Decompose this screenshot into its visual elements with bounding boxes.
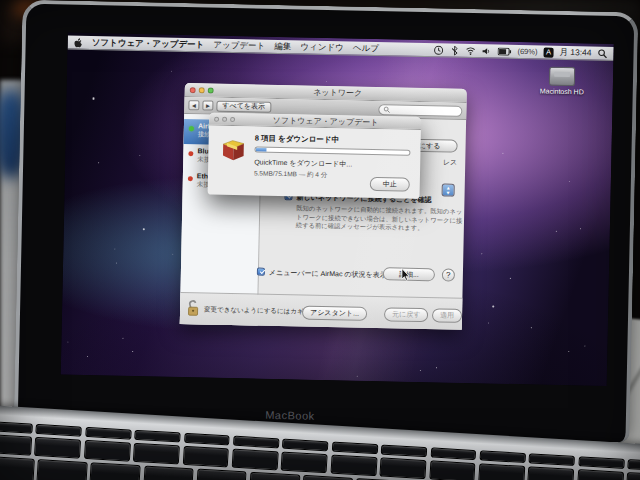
forward-button[interactable]: ▶	[202, 100, 213, 110]
search-field[interactable]	[378, 104, 462, 117]
apple-menu-icon[interactable]	[74, 37, 83, 47]
keyboard-key	[0, 456, 35, 480]
menu-help[interactable]: ヘルプ	[353, 42, 379, 55]
menu-window[interactable]: ウィンドウ	[300, 41, 344, 54]
keyboard-key	[90, 462, 141, 480]
keyboard-key	[478, 463, 525, 480]
keyboard-key	[578, 456, 624, 469]
star	[143, 228, 145, 230]
keyboard-key	[84, 440, 131, 462]
keyboard-key	[330, 455, 377, 477]
minimize-button[interactable]	[199, 87, 205, 93]
keyboard-key	[281, 452, 328, 474]
star	[171, 71, 172, 72]
keyboard-key	[232, 449, 279, 471]
unlocked-padlock-icon[interactable]	[186, 299, 200, 317]
keyboard-key	[0, 421, 33, 434]
menu-update[interactable]: アップデート	[213, 39, 265, 52]
menubar-status-label: メニューバーに AirMac の状況を表示	[269, 268, 387, 280]
star	[568, 351, 569, 352]
keyboard-key	[302, 475, 353, 480]
keyboard-key	[430, 447, 476, 460]
macintosh-hd-icon[interactable]: Macintosh HD	[538, 66, 587, 95]
download-status-line: QuickTime をダウンロード中...	[254, 157, 352, 169]
menu-edit[interactable]: 編集	[274, 40, 291, 52]
keyboard-key	[479, 450, 525, 463]
star	[488, 322, 489, 323]
assistant-button[interactable]: アシスタント...	[302, 306, 367, 321]
star	[172, 254, 173, 255]
status-dot-red	[188, 151, 193, 156]
keyboard-key	[36, 424, 82, 437]
star	[357, 376, 358, 377]
mouse-cursor	[401, 268, 410, 282]
spotlight-icon[interactable]	[597, 48, 607, 58]
keyboard-key	[429, 460, 476, 480]
star	[436, 367, 437, 368]
hard-drive-glyph	[549, 67, 575, 87]
star	[139, 155, 140, 156]
star	[132, 351, 133, 352]
cancel-download-button[interactable]: 中止	[370, 177, 410, 192]
hd-icon-label: Macintosh HD	[538, 87, 586, 95]
battery-percent: (69%)	[517, 47, 537, 56]
status-dot-green	[189, 126, 194, 131]
battery-icon[interactable]	[497, 47, 511, 55]
close-button[interactable]	[190, 87, 196, 93]
confirm-description: 既知のネットワークに自動的に接続されます。既知のネットワークに接続できない場合は…	[296, 204, 464, 233]
star	[531, 327, 532, 328]
status-dot-red	[188, 176, 193, 181]
search-icon	[383, 106, 390, 113]
download-heading: 8 項目 をダウンロード中	[255, 133, 340, 145]
star	[420, 370, 421, 371]
keyboard-key	[184, 433, 230, 446]
keyboard-key	[182, 446, 229, 468]
software-update-package-icon	[217, 135, 248, 166]
keyboard-key	[627, 459, 640, 472]
star	[492, 306, 494, 308]
clock-icon[interactable]	[433, 45, 443, 55]
menu-bar-clock[interactable]: 月 13:44	[559, 46, 591, 59]
help-button[interactable]: ?	[442, 268, 455, 281]
keyboard-key	[133, 443, 180, 465]
progress-fill	[255, 148, 266, 152]
volume-icon[interactable]	[481, 46, 491, 56]
software-update-dialog[interactable]: ソフトウェア・アップデート 8 項目 をダウンロード中 QuickTime をダ…	[208, 113, 422, 199]
keyboard-key	[233, 436, 279, 449]
keyboard-key	[34, 437, 81, 459]
address-text-fragment: レス	[443, 157, 458, 167]
progress-bar	[254, 146, 410, 155]
keyboard-key	[626, 472, 640, 480]
download-size-line: 5.5MB/75.1MB — 約 4 分	[254, 169, 328, 180]
macbook-screen: ソフトウェア・アップデート アップデート 編集 ウィンドウ ヘルプ	[61, 33, 614, 386]
keyboard-key	[249, 472, 300, 480]
input-source-menu[interactable]: A	[543, 47, 553, 57]
keyboard-key	[381, 444, 427, 457]
star	[87, 356, 88, 357]
back-button[interactable]: ◀	[188, 100, 199, 110]
keyboard-key	[332, 442, 378, 455]
star	[584, 345, 585, 346]
keyboard-key	[134, 430, 180, 443]
dialog-minimize-button[interactable]	[222, 116, 227, 121]
keyboard-key	[282, 439, 328, 452]
menubar-status-checkbox[interactable]	[257, 268, 265, 276]
keyboard-key	[37, 459, 88, 480]
keyboard-key	[380, 457, 427, 479]
dialog-close-button[interactable]	[214, 116, 219, 121]
apply-button[interactable]: 適用	[432, 308, 462, 323]
macbook-laptop: ソフトウェア・アップデート アップデート 編集 ウィンドウ ヘルプ	[14, 0, 639, 442]
star	[98, 162, 99, 163]
star	[502, 153, 503, 154]
wifi-icon[interactable]	[465, 45, 475, 55]
show-all-button[interactable]: すべてを表示	[216, 100, 271, 112]
star	[569, 181, 570, 182]
star	[326, 81, 327, 82]
bluetooth-icon[interactable]	[449, 45, 459, 55]
keyboard-key	[143, 465, 194, 480]
star	[580, 228, 581, 229]
keyboard-key	[0, 434, 32, 456]
window-footer: 変更できないようにするにはカギをクリックします。 アシスタント... 元に戻す …	[180, 292, 463, 330]
revert-button[interactable]: 元に戻す	[384, 307, 429, 322]
menu-app[interactable]: ソフトウェア・アップデート	[92, 37, 205, 51]
